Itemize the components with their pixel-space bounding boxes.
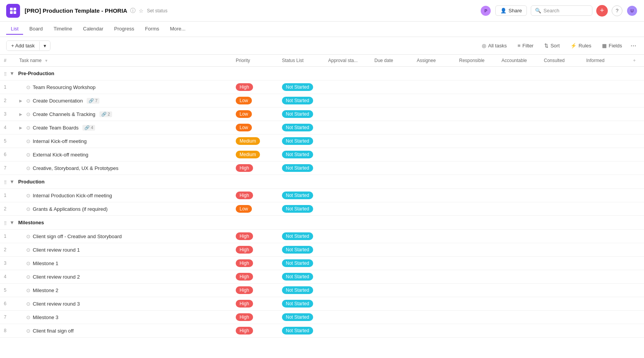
task-status-icon[interactable]: ⊙ (26, 206, 30, 212)
task-status[interactable]: Not Started (278, 134, 324, 148)
task-add[interactable] (625, 324, 644, 338)
task-name-text[interactable]: Internal Production Kick-off meeting (33, 193, 112, 198)
status-badge[interactable]: Not Started (282, 246, 313, 254)
fields-button[interactable]: ▦ Fields (598, 41, 626, 50)
task-responsible[interactable] (455, 243, 498, 257)
task-status[interactable]: Not Started (278, 230, 324, 243)
task-assignee[interactable] (413, 230, 455, 243)
priority-badge[interactable]: Low (236, 97, 252, 104)
col-assignee[interactable]: Assignee (413, 55, 455, 67)
task-assignee[interactable] (413, 121, 455, 134)
status-badge[interactable]: Not Started (282, 205, 313, 213)
task-name-text[interactable]: Milestone 1 (33, 261, 58, 266)
task-due-date[interactable] (371, 161, 413, 175)
priority-badge[interactable]: High (236, 232, 253, 240)
priority-badge[interactable]: Low (236, 205, 252, 213)
task-responsible[interactable] (455, 94, 498, 108)
task-add[interactable] (625, 311, 644, 324)
task-priority[interactable]: High (232, 243, 278, 257)
task-assignee[interactable] (413, 161, 455, 175)
task-informed[interactable] (582, 243, 625, 257)
task-responsible[interactable] (455, 311, 498, 324)
task-status[interactable]: Not Started (278, 161, 324, 175)
task-status[interactable]: Not Started (278, 189, 324, 202)
task-approval[interactable] (324, 189, 371, 202)
priority-badge[interactable]: Low (236, 124, 252, 131)
priority-badge[interactable]: High (236, 286, 253, 294)
task-priority[interactable]: High (232, 324, 278, 338)
task-add[interactable] (625, 297, 644, 311)
task-responsible[interactable] (455, 189, 498, 202)
col-approval[interactable]: Approval sta... (324, 55, 371, 67)
task-informed[interactable] (582, 121, 625, 134)
task-accountable[interactable] (498, 324, 540, 338)
task-accountable[interactable] (498, 257, 540, 270)
task-consulted[interactable] (540, 189, 582, 202)
task-priority[interactable]: High (232, 81, 278, 94)
task-informed[interactable] (582, 189, 625, 202)
task-status[interactable]: Not Started (278, 121, 324, 134)
priority-badge[interactable]: High (236, 192, 253, 199)
task-add[interactable] (625, 108, 644, 121)
task-status-icon[interactable]: ⊙ (26, 234, 30, 239)
task-responsible[interactable] (455, 161, 498, 175)
task-accountable[interactable] (498, 189, 540, 202)
task-responsible[interactable] (455, 148, 498, 161)
more-options-button[interactable]: ··· (629, 40, 638, 51)
task-informed[interactable] (582, 257, 625, 270)
task-accountable[interactable] (498, 161, 540, 175)
task-informed[interactable] (582, 297, 625, 311)
task-informed[interactable] (582, 230, 625, 243)
all-tasks-button[interactable]: ◎ All tasks (478, 41, 510, 50)
task-assignee[interactable] (413, 257, 455, 270)
priority-badge[interactable]: Medium (236, 151, 260, 158)
task-priority[interactable]: High (232, 230, 278, 243)
info-icon[interactable]: ⓘ (130, 7, 136, 14)
task-name-text[interactable]: Internal Kick-off meeting (33, 138, 87, 144)
task-name-text[interactable]: Grants & Applications (if required) (33, 206, 107, 212)
priority-badge[interactable]: Low (236, 110, 252, 118)
priority-badge[interactable]: High (236, 259, 253, 267)
task-due-date[interactable] (371, 202, 413, 216)
task-consulted[interactable] (540, 202, 582, 216)
col-accountable[interactable]: Accountable (498, 55, 540, 67)
status-badge[interactable]: Not Started (282, 327, 313, 334)
task-approval[interactable] (324, 134, 371, 148)
status-button[interactable]: Set status (147, 8, 167, 13)
col-responsible[interactable]: Responsible (455, 55, 498, 67)
rules-button[interactable]: ⚡ Rules (567, 41, 595, 50)
task-due-date[interactable] (371, 284, 413, 297)
status-badge[interactable]: Not Started (282, 124, 313, 131)
task-assignee[interactable] (413, 297, 455, 311)
task-add[interactable] (625, 148, 644, 161)
priority-badge[interactable]: High (236, 273, 253, 281)
status-badge[interactable]: Not Started (282, 232, 313, 240)
tab-forms[interactable]: Forms (140, 24, 164, 35)
task-name-text[interactable]: Client sign off - Creative and Storyboar… (33, 234, 122, 239)
tab-timeline[interactable]: Timeline (49, 24, 77, 35)
task-status-icon[interactable]: ⊙ (26, 193, 30, 198)
task-name-text[interactable]: Milestone 3 (33, 314, 58, 320)
task-status[interactable]: Not Started (278, 94, 324, 108)
task-consulted[interactable] (540, 243, 582, 257)
priority-badge[interactable]: Medium (236, 137, 260, 145)
add-task-main-button[interactable]: + Add task (7, 41, 39, 50)
task-status[interactable]: Not Started (278, 284, 324, 297)
task-add[interactable] (625, 134, 644, 148)
user-avatar[interactable]: U (626, 5, 638, 17)
task-consulted[interactable] (540, 257, 582, 270)
task-approval[interactable] (324, 324, 371, 338)
col-due-date[interactable]: Due date (371, 55, 413, 67)
task-responsible[interactable] (455, 284, 498, 297)
task-assignee[interactable] (413, 81, 455, 94)
tab-progress[interactable]: Progress (109, 24, 139, 35)
status-badge[interactable]: Not Started (282, 286, 313, 294)
task-consulted[interactable] (540, 81, 582, 94)
task-priority[interactable]: High (232, 161, 278, 175)
task-due-date[interactable] (371, 134, 413, 148)
task-priority[interactable]: Low (232, 94, 278, 108)
tab-calendar[interactable]: Calendar (79, 24, 108, 35)
task-responsible[interactable] (455, 270, 498, 284)
status-badge[interactable]: Not Started (282, 83, 313, 91)
filter-button[interactable]: ≡ Filter (514, 41, 537, 50)
